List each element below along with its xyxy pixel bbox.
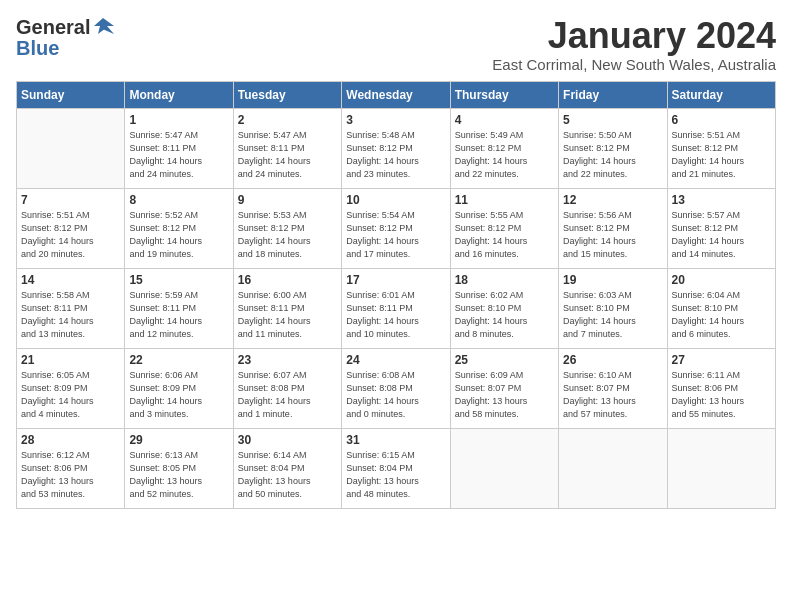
- day-info: Sunrise: 6:09 AM Sunset: 8:07 PM Dayligh…: [455, 369, 554, 421]
- calendar-cell: 16Sunrise: 6:00 AM Sunset: 8:11 PM Dayli…: [233, 268, 341, 348]
- day-number: 15: [129, 273, 228, 287]
- logo-blue-text: Blue: [16, 38, 114, 58]
- day-number: 7: [21, 193, 120, 207]
- month-title: January 2024: [492, 16, 776, 56]
- day-info: Sunrise: 6:06 AM Sunset: 8:09 PM Dayligh…: [129, 369, 228, 421]
- day-info: Sunrise: 6:11 AM Sunset: 8:06 PM Dayligh…: [672, 369, 771, 421]
- day-number: 8: [129, 193, 228, 207]
- header: General Blue January 2024 East Corrimal,…: [16, 16, 776, 73]
- calendar-cell: 2Sunrise: 5:47 AM Sunset: 8:11 PM Daylig…: [233, 108, 341, 188]
- calendar-cell: 6Sunrise: 5:51 AM Sunset: 8:12 PM Daylig…: [667, 108, 775, 188]
- day-info: Sunrise: 6:10 AM Sunset: 8:07 PM Dayligh…: [563, 369, 662, 421]
- day-number: 1: [129, 113, 228, 127]
- day-info: Sunrise: 6:00 AM Sunset: 8:11 PM Dayligh…: [238, 289, 337, 341]
- calendar-cell: 22Sunrise: 6:06 AM Sunset: 8:09 PM Dayli…: [125, 348, 233, 428]
- calendar-cell: 17Sunrise: 6:01 AM Sunset: 8:11 PM Dayli…: [342, 268, 450, 348]
- day-number: 14: [21, 273, 120, 287]
- day-info: Sunrise: 5:58 AM Sunset: 8:11 PM Dayligh…: [21, 289, 120, 341]
- calendar-cell: [667, 428, 775, 508]
- day-number: 6: [672, 113, 771, 127]
- day-info: Sunrise: 5:51 AM Sunset: 8:12 PM Dayligh…: [21, 209, 120, 261]
- location-title: East Corrimal, New South Wales, Australi…: [492, 56, 776, 73]
- day-info: Sunrise: 5:57 AM Sunset: 8:12 PM Dayligh…: [672, 209, 771, 261]
- day-info: Sunrise: 6:14 AM Sunset: 8:04 PM Dayligh…: [238, 449, 337, 501]
- day-info: Sunrise: 6:15 AM Sunset: 8:04 PM Dayligh…: [346, 449, 445, 501]
- day-number: 13: [672, 193, 771, 207]
- calendar-cell: 31Sunrise: 6:15 AM Sunset: 8:04 PM Dayli…: [342, 428, 450, 508]
- dow-header-sunday: Sunday: [17, 81, 125, 108]
- day-info: Sunrise: 5:52 AM Sunset: 8:12 PM Dayligh…: [129, 209, 228, 261]
- day-info: Sunrise: 5:50 AM Sunset: 8:12 PM Dayligh…: [563, 129, 662, 181]
- svg-marker-0: [94, 18, 114, 34]
- calendar-cell: 19Sunrise: 6:03 AM Sunset: 8:10 PM Dayli…: [559, 268, 667, 348]
- logo-bird-icon: [92, 16, 114, 38]
- day-info: Sunrise: 5:48 AM Sunset: 8:12 PM Dayligh…: [346, 129, 445, 181]
- day-number: 19: [563, 273, 662, 287]
- day-number: 11: [455, 193, 554, 207]
- calendar-cell: 15Sunrise: 5:59 AM Sunset: 8:11 PM Dayli…: [125, 268, 233, 348]
- day-number: 28: [21, 433, 120, 447]
- day-number: 20: [672, 273, 771, 287]
- day-info: Sunrise: 6:04 AM Sunset: 8:10 PM Dayligh…: [672, 289, 771, 341]
- calendar-cell: 23Sunrise: 6:07 AM Sunset: 8:08 PM Dayli…: [233, 348, 341, 428]
- dow-header-thursday: Thursday: [450, 81, 558, 108]
- day-number: 5: [563, 113, 662, 127]
- day-info: Sunrise: 6:12 AM Sunset: 8:06 PM Dayligh…: [21, 449, 120, 501]
- calendar-cell: 8Sunrise: 5:52 AM Sunset: 8:12 PM Daylig…: [125, 188, 233, 268]
- calendar-cell: 11Sunrise: 5:55 AM Sunset: 8:12 PM Dayli…: [450, 188, 558, 268]
- day-info: Sunrise: 6:08 AM Sunset: 8:08 PM Dayligh…: [346, 369, 445, 421]
- calendar-table: SundayMondayTuesdayWednesdayThursdayFrid…: [16, 81, 776, 509]
- day-number: 3: [346, 113, 445, 127]
- calendar-cell: 30Sunrise: 6:14 AM Sunset: 8:04 PM Dayli…: [233, 428, 341, 508]
- day-number: 12: [563, 193, 662, 207]
- calendar-cell: 13Sunrise: 5:57 AM Sunset: 8:12 PM Dayli…: [667, 188, 775, 268]
- calendar-cell: [559, 428, 667, 508]
- day-info: Sunrise: 5:54 AM Sunset: 8:12 PM Dayligh…: [346, 209, 445, 261]
- calendar-cell: 3Sunrise: 5:48 AM Sunset: 8:12 PM Daylig…: [342, 108, 450, 188]
- day-info: Sunrise: 6:01 AM Sunset: 8:11 PM Dayligh…: [346, 289, 445, 341]
- day-info: Sunrise: 6:05 AM Sunset: 8:09 PM Dayligh…: [21, 369, 120, 421]
- dow-header-monday: Monday: [125, 81, 233, 108]
- day-number: 10: [346, 193, 445, 207]
- day-number: 21: [21, 353, 120, 367]
- calendar-cell: 29Sunrise: 6:13 AM Sunset: 8:05 PM Dayli…: [125, 428, 233, 508]
- calendar-cell: 24Sunrise: 6:08 AM Sunset: 8:08 PM Dayli…: [342, 348, 450, 428]
- day-number: 30: [238, 433, 337, 447]
- day-info: Sunrise: 5:47 AM Sunset: 8:11 PM Dayligh…: [238, 129, 337, 181]
- logo-general-text: General: [16, 17, 90, 37]
- calendar-cell: [450, 428, 558, 508]
- calendar-cell: 4Sunrise: 5:49 AM Sunset: 8:12 PM Daylig…: [450, 108, 558, 188]
- day-info: Sunrise: 6:02 AM Sunset: 8:10 PM Dayligh…: [455, 289, 554, 341]
- calendar-cell: 1Sunrise: 5:47 AM Sunset: 8:11 PM Daylig…: [125, 108, 233, 188]
- calendar-cell: 26Sunrise: 6:10 AM Sunset: 8:07 PM Dayli…: [559, 348, 667, 428]
- day-number: 9: [238, 193, 337, 207]
- day-number: 25: [455, 353, 554, 367]
- day-number: 31: [346, 433, 445, 447]
- calendar-cell: 5Sunrise: 5:50 AM Sunset: 8:12 PM Daylig…: [559, 108, 667, 188]
- calendar-cell: 10Sunrise: 5:54 AM Sunset: 8:12 PM Dayli…: [342, 188, 450, 268]
- day-number: 4: [455, 113, 554, 127]
- calendar-cell: 21Sunrise: 6:05 AM Sunset: 8:09 PM Dayli…: [17, 348, 125, 428]
- calendar-cell: 18Sunrise: 6:02 AM Sunset: 8:10 PM Dayli…: [450, 268, 558, 348]
- day-number: 18: [455, 273, 554, 287]
- day-number: 16: [238, 273, 337, 287]
- day-info: Sunrise: 5:51 AM Sunset: 8:12 PM Dayligh…: [672, 129, 771, 181]
- day-number: 26: [563, 353, 662, 367]
- day-number: 23: [238, 353, 337, 367]
- day-number: 24: [346, 353, 445, 367]
- calendar-cell: 20Sunrise: 6:04 AM Sunset: 8:10 PM Dayli…: [667, 268, 775, 348]
- day-info: Sunrise: 5:53 AM Sunset: 8:12 PM Dayligh…: [238, 209, 337, 261]
- dow-header-saturday: Saturday: [667, 81, 775, 108]
- day-info: Sunrise: 6:13 AM Sunset: 8:05 PM Dayligh…: [129, 449, 228, 501]
- title-area: January 2024 East Corrimal, New South Wa…: [492, 16, 776, 73]
- day-number: 27: [672, 353, 771, 367]
- day-number: 29: [129, 433, 228, 447]
- day-info: Sunrise: 5:59 AM Sunset: 8:11 PM Dayligh…: [129, 289, 228, 341]
- day-number: 17: [346, 273, 445, 287]
- day-info: Sunrise: 5:47 AM Sunset: 8:11 PM Dayligh…: [129, 129, 228, 181]
- calendar-cell: 14Sunrise: 5:58 AM Sunset: 8:11 PM Dayli…: [17, 268, 125, 348]
- day-info: Sunrise: 5:49 AM Sunset: 8:12 PM Dayligh…: [455, 129, 554, 181]
- calendar-cell: 25Sunrise: 6:09 AM Sunset: 8:07 PM Dayli…: [450, 348, 558, 428]
- dow-header-wednesday: Wednesday: [342, 81, 450, 108]
- day-info: Sunrise: 6:07 AM Sunset: 8:08 PM Dayligh…: [238, 369, 337, 421]
